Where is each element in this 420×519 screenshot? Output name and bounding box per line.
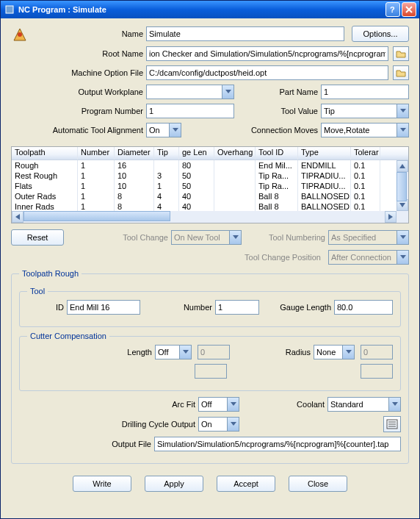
chevron-down-icon: [179, 346, 191, 359]
table-cell: 10: [115, 181, 154, 191]
horizontal-scrollbar[interactable]: [12, 211, 397, 223]
radius-select[interactable]: None: [314, 345, 355, 359]
col-toolpath[interactable]: Toolpath: [12, 147, 78, 160]
svg-marker-6: [400, 109, 406, 112]
table-row[interactable]: Rest Rough110350Tip Ra...TIPRADIU...0.1: [12, 171, 408, 181]
program-number-label: Program Number: [33, 107, 143, 115]
length-label: Length: [27, 348, 152, 357]
table-cell: 3: [154, 171, 179, 181]
tool-value-value: Tip: [324, 107, 335, 115]
part-name-field[interactable]: [321, 85, 409, 99]
table-row[interactable]: Flats110150Tip Ra...TIPRADIU...0.1: [12, 181, 408, 191]
table-row[interactable]: Inner Rads18440Ball 8BALLNOSED0.1: [12, 201, 408, 212]
tool-value-label: Tool Value: [237, 107, 318, 115]
close-button[interactable]: [402, 2, 416, 17]
tool-change-pos-label: Tool Change Position: [245, 253, 321, 262]
reset-button[interactable]: Reset: [11, 229, 64, 246]
chevron-down-icon: [229, 231, 241, 244]
machine-option-field[interactable]: [146, 65, 388, 80]
table-row[interactable]: Outer Rads18440Ball 8BALLNOSED0.1: [12, 191, 408, 201]
scroll-thumb[interactable]: [23, 211, 170, 221]
col-gelen[interactable]: ge Len: [179, 147, 214, 160]
col-toolid[interactable]: Tool ID: [256, 147, 298, 160]
table-header: Toolpath Number Diameter Tip ge Len Over…: [12, 147, 408, 160]
apply-button[interactable]: Apply: [145, 476, 203, 492]
scroll-left-icon[interactable]: [12, 211, 23, 223]
auto-tool-align-select[interactable]: On: [146, 123, 181, 137]
svg-marker-16: [183, 350, 189, 354]
table-cell: 1: [78, 201, 115, 212]
toolpath-section: Toolpath Rough Tool ID Number Gauge Leng…: [11, 269, 409, 464]
length-select[interactable]: Off: [155, 345, 192, 359]
root-name-field[interactable]: [146, 46, 388, 61]
write-button[interactable]: Write: [73, 476, 131, 492]
col-type[interactable]: Type: [298, 147, 351, 160]
chevron-down-icon: [388, 398, 400, 411]
coolant-select[interactable]: Standard: [327, 397, 401, 412]
machine-option-label: Machine Option File: [33, 68, 143, 77]
footer-buttons: Write Apply Accept Close: [11, 476, 409, 492]
tool-id-field[interactable]: [67, 300, 140, 315]
help-button[interactable]: ?: [385, 2, 400, 17]
table-cell: 8: [115, 201, 154, 212]
arc-fit-select[interactable]: Off: [198, 397, 239, 412]
close-dialog-button[interactable]: Close: [289, 476, 347, 492]
window-title: NC Program : Simulate: [18, 5, 384, 14]
svg-marker-11: [15, 214, 20, 220]
accept-button[interactable]: Accept: [217, 476, 275, 492]
program-number-field[interactable]: [146, 104, 234, 118]
svg-marker-8: [400, 128, 406, 132]
output-workplane-select[interactable]: [146, 85, 234, 99]
col-diameter[interactable]: Diameter: [115, 147, 154, 160]
table-cell: 1: [78, 171, 115, 181]
gauge-length-field[interactable]: [334, 300, 393, 315]
chevron-down-icon: [222, 85, 233, 99]
chevron-down-icon: [342, 346, 354, 359]
table-cell: 80: [179, 160, 214, 171]
table-cell: Tip Ra...: [256, 181, 298, 191]
tool-value-select[interactable]: Tip: [321, 104, 409, 118]
tool-number-field[interactable]: [215, 300, 259, 315]
radius-extra-field: [361, 364, 393, 379]
col-tip[interactable]: Tip: [154, 147, 179, 160]
browse-machine-button[interactable]: [393, 65, 409, 80]
table-cell: 16: [115, 160, 154, 171]
options-button[interactable]: Options...: [352, 26, 409, 42]
chevron-down-icon: [227, 398, 239, 411]
connection-moves-select[interactable]: Move,Rotate: [321, 123, 409, 137]
length-num-field: [198, 345, 230, 359]
chevron-down-icon: [397, 124, 408, 137]
vertical-scrollbar[interactable]: [397, 160, 408, 211]
table-cell: 0.1: [351, 171, 380, 181]
scroll-up-icon[interactable]: [397, 160, 408, 172]
output-file-field[interactable]: [154, 437, 401, 451]
tool-numbering-value: As Specified: [331, 233, 376, 242]
table-cell: 1: [78, 181, 115, 191]
scroll-right-icon[interactable]: [385, 211, 397, 223]
svg-marker-14: [400, 235, 406, 239]
coolant-value: Standard: [330, 400, 363, 409]
table-cell: Flats: [12, 181, 78, 191]
col-number[interactable]: Number: [78, 147, 115, 160]
tool-group: Tool ID Number Gauge Length: [19, 287, 401, 327]
drilling-select[interactable]: On: [198, 417, 239, 432]
table-cell: 1: [154, 181, 179, 191]
chevron-down-icon: [397, 231, 408, 244]
browse-root-button[interactable]: [393, 46, 409, 61]
table-cell: End Mil...: [256, 160, 298, 171]
auto-tool-align-value: On: [149, 126, 160, 135]
connection-moves-value: Move,Rotate: [324, 126, 369, 135]
table-cell: ENDMILL: [298, 160, 351, 171]
col-overhang[interactable]: Overhang: [214, 147, 256, 160]
table-cell: [154, 160, 179, 171]
col-tolerance[interactable]: Tolerar: [351, 147, 380, 160]
svg-rect-0: [6, 6, 13, 13]
chevron-down-icon: [227, 418, 239, 431]
text-output-button[interactable]: [383, 416, 401, 432]
toolpath-table[interactable]: Toolpath Number Diameter Tip ge Len Over…: [11, 146, 409, 223]
table-row[interactable]: Rough11680End Mil...ENDMILL0.1: [12, 160, 408, 171]
scroll-thumb[interactable]: [397, 172, 407, 201]
name-field[interactable]: [146, 26, 344, 41]
table-cell: 0.1: [351, 181, 380, 191]
tool-numbering-select: As Specified: [328, 230, 409, 245]
